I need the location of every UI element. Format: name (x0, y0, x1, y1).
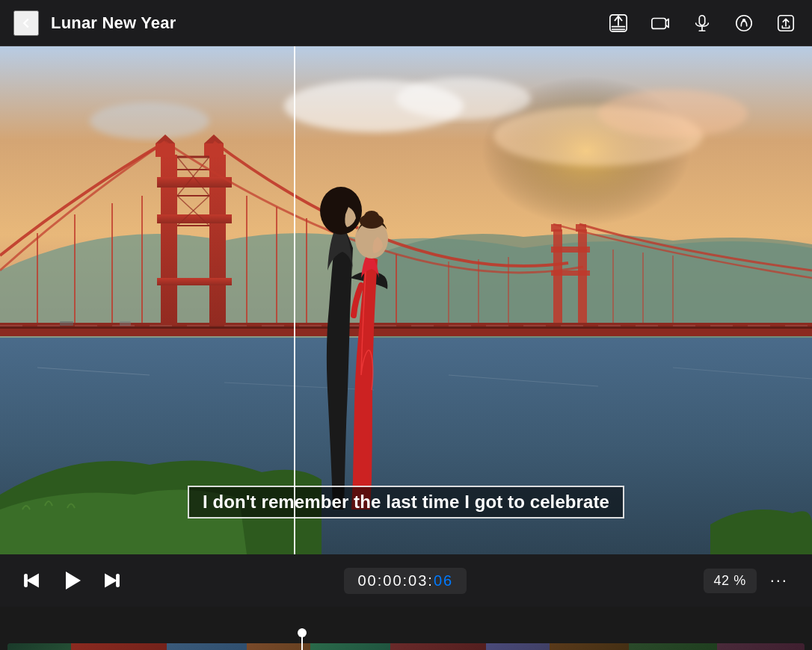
video-player: I don't remember the last time I got to … (0, 46, 812, 554)
timeline-segment (310, 643, 390, 650)
timeline-track[interactable] (7, 643, 805, 650)
svg-rect-52 (578, 229, 587, 323)
skip-back-button[interactable] (18, 567, 45, 594)
timecode-seconds: 03 (408, 572, 428, 589)
zoom-unit: % (730, 573, 746, 588)
svg-rect-51 (553, 229, 562, 323)
timeline-clips (7, 643, 805, 650)
svg-marker-72 (66, 572, 81, 589)
timeline-segment (71, 643, 167, 650)
export-button[interactable] (606, 10, 631, 36)
style-button[interactable] (731, 10, 757, 36)
svg-rect-53 (551, 247, 590, 253)
timecode-hours: 00 (357, 572, 377, 589)
svg-point-13 (396, 78, 531, 120)
timeline-segment (486, 643, 550, 650)
subtitle-text: I don't remember the last time I got to … (188, 486, 624, 519)
svg-rect-23 (0, 326, 812, 329)
svg-rect-54 (551, 270, 590, 276)
play-button[interactable] (58, 567, 85, 594)
svg-point-7 (736, 15, 751, 30)
playhead-line (294, 46, 295, 554)
svg-rect-4 (699, 15, 704, 25)
project-title: Lunar New Year (51, 13, 176, 33)
timeline-segment (390, 643, 486, 650)
timeline-segment (550, 643, 630, 650)
svg-rect-0 (612, 25, 626, 27)
share-button[interactable] (773, 10, 799, 36)
timeline-playhead[interactable] (301, 628, 303, 650)
svg-rect-64 (60, 321, 73, 326)
zoom-controls: 42 % ··· (704, 568, 794, 593)
timecode-frames: 06 (434, 572, 453, 589)
svg-rect-28 (157, 278, 232, 285)
camera-button[interactable] (648, 10, 673, 36)
timeline-segment (167, 643, 247, 650)
back-button[interactable] (13, 10, 39, 36)
header: Lunar New Year (0, 0, 812, 46)
timeline-segment (629, 643, 716, 650)
svg-rect-1 (612, 28, 626, 30)
svg-marker-71 (28, 575, 38, 586)
timecode-display: 00:00:03:06 (344, 568, 467, 594)
svg-point-8 (743, 19, 745, 21)
svg-point-66 (320, 187, 362, 235)
timeline-segment (717, 643, 805, 650)
zoom-level: 42 % (704, 569, 757, 593)
timecode-minutes: 00 (383, 572, 402, 589)
svg-marker-74 (105, 575, 116, 586)
timeline-area (0, 607, 812, 650)
transport-controls (18, 567, 126, 594)
more-options-button[interactable]: ··· (764, 568, 794, 593)
svg-point-15 (598, 90, 748, 137)
controls-bar: 00:00:03:06 42 % ··· (0, 554, 812, 607)
zoom-percent: 42 (714, 573, 730, 588)
microphone-button[interactable] (689, 10, 715, 36)
svg-rect-3 (652, 18, 666, 28)
timeline-segment (7, 643, 71, 650)
header-left: Lunar New Year (13, 10, 176, 36)
svg-rect-26 (157, 177, 232, 188)
toolbar (606, 10, 799, 36)
svg-rect-65 (120, 321, 131, 326)
skip-forward-button[interactable] (99, 567, 126, 594)
svg-point-16 (90, 102, 209, 140)
video-frame (0, 46, 812, 554)
svg-point-69 (364, 211, 379, 223)
svg-rect-27 (157, 214, 232, 223)
